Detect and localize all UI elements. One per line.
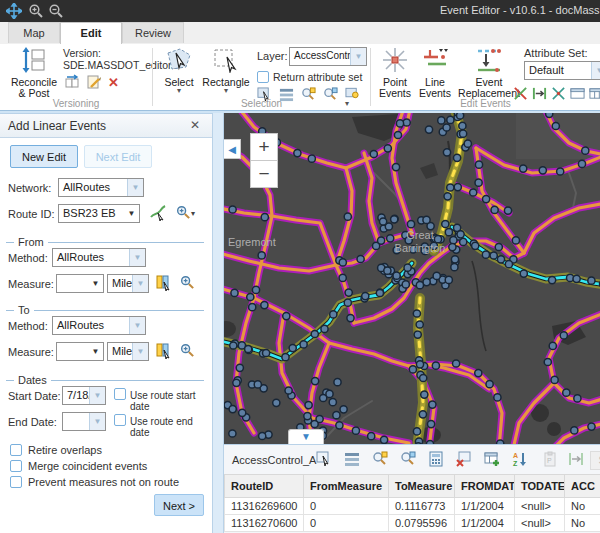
attribute-set-label: Attribute Set: bbox=[524, 47, 588, 59]
table-layer-tab[interactable]: AccessControl_A bbox=[232, 454, 316, 466]
return-attribute-set-checkbox[interactable] bbox=[257, 71, 269, 83]
table-list-icon[interactable] bbox=[344, 451, 360, 467]
attribute-set-combo[interactable]: Default ▼ bbox=[524, 61, 600, 80]
end-date-combo[interactable]: ▼ bbox=[62, 412, 106, 431]
pan-icon[interactable] bbox=[6, 3, 22, 19]
zoom-out-icon[interactable] bbox=[48, 3, 64, 19]
delete-version-icon[interactable]: ✕ bbox=[108, 75, 124, 91]
table-select-features-icon[interactable] bbox=[316, 451, 332, 467]
rectangle-dropdown-caret[interactable] bbox=[202, 88, 250, 94]
start-date-combo[interactable]: 7/18/▼ bbox=[62, 386, 106, 405]
paste-icon[interactable]: P bbox=[542, 451, 558, 467]
cell[interactable]: No bbox=[565, 515, 600, 532]
select-button[interactable]: Select bbox=[158, 46, 200, 95]
close-icon[interactable] bbox=[190, 118, 204, 132]
collapse-panel-button[interactable]: ◀ bbox=[224, 139, 241, 159]
cell[interactable]: <null> bbox=[515, 515, 565, 532]
from-measure-combo[interactable]: ▼ bbox=[56, 274, 104, 293]
retire-overlaps-label: Retire overlaps bbox=[28, 444, 102, 456]
from-method-label: Method: bbox=[8, 252, 48, 264]
col-access[interactable]: ACC bbox=[565, 475, 600, 498]
collapse-table-button[interactable]: ▼ bbox=[288, 429, 324, 444]
from-measure-select-icon[interactable] bbox=[156, 275, 172, 291]
table-zoom-to-selected-icon[interactable] bbox=[372, 451, 388, 467]
cell[interactable]: 0.1116773 bbox=[389, 498, 455, 515]
rectangle-select-button[interactable]: Rectangle bbox=[201, 46, 251, 95]
add-record-icon[interactable] bbox=[484, 451, 500, 467]
from-method-combo[interactable]: AllRoutes▼ bbox=[52, 248, 146, 267]
cell[interactable]: <null> bbox=[515, 498, 565, 515]
table-offset-icon[interactable] bbox=[568, 451, 584, 467]
cell[interactable]: 0.0795596 bbox=[389, 515, 455, 532]
col-frommeasure[interactable]: FromMeasure bbox=[304, 475, 389, 498]
sort-icon[interactable]: A Z bbox=[512, 451, 528, 467]
label-barrington: Barrington bbox=[395, 242, 446, 254]
group-versioning: Reconcile & Post Version: SDE.MASSDOT_ed… bbox=[0, 44, 152, 110]
map-zoom-in-button[interactable]: + bbox=[250, 133, 278, 161]
tab-review[interactable]: Review bbox=[122, 22, 184, 43]
cell[interactable]: No bbox=[565, 498, 600, 515]
cell[interactable]: 0 bbox=[304, 498, 389, 515]
prevent-measures-checkbox[interactable] bbox=[10, 476, 22, 488]
from-measure-zoom-icon[interactable] bbox=[180, 275, 196, 291]
next-button[interactable]: Next > bbox=[154, 494, 204, 516]
reconcile-post-button[interactable]: Reconcile & Post bbox=[6, 46, 62, 100]
cell[interactable]: 1/1/2004 bbox=[455, 515, 515, 532]
table-pan-to-selected-icon[interactable] bbox=[400, 451, 416, 467]
event-replacement-button[interactable]: Event Replacement bbox=[457, 46, 521, 100]
from-units-combo[interactable]: Miles▼ bbox=[107, 274, 149, 293]
merge-coincident-checkbox[interactable] bbox=[10, 460, 22, 472]
map-zoom-out-button[interactable]: − bbox=[250, 160, 278, 188]
table-header-row: RouteID FromMeasure ToMeasure FROMDATE T… bbox=[225, 475, 600, 498]
zoom-in-icon[interactable] bbox=[28, 3, 44, 19]
layer-combo[interactable]: AccessControl_A ▼ bbox=[289, 47, 367, 66]
ribbon-tabs: Map Edit Review bbox=[0, 22, 600, 45]
to-measure-select-icon[interactable] bbox=[156, 343, 172, 359]
retire-overlaps-checkbox[interactable] bbox=[10, 444, 22, 456]
start-date-label: Start Date: bbox=[8, 390, 61, 402]
point-events-button[interactable]: Point Events bbox=[375, 46, 415, 100]
tab-map[interactable]: Map bbox=[8, 22, 60, 43]
dates-legend: Dates bbox=[6, 374, 204, 386]
end-date-label: End Date: bbox=[8, 416, 57, 428]
use-route-start-date-checkbox[interactable] bbox=[114, 388, 126, 400]
cell[interactable]: 11316269600 bbox=[225, 498, 304, 515]
new-edit-button[interactable]: New Edit bbox=[10, 145, 78, 168]
map-canvas[interactable]: Egremont Great Barrington bbox=[224, 113, 600, 444]
prevent-measures-label: Prevent measures not on route bbox=[28, 476, 179, 488]
use-route-end-date-label: Use route end date bbox=[130, 416, 212, 438]
use-route-end-date-checkbox[interactable] bbox=[114, 414, 126, 426]
clear-selection-icon[interactable] bbox=[456, 451, 472, 467]
to-units-combo[interactable]: Miles▼ bbox=[107, 342, 149, 361]
table-row[interactable]: 11316270600 0 0.0795596 1/1/2004 <null> … bbox=[225, 515, 600, 532]
col-routeid[interactable]: RouteID bbox=[225, 475, 304, 498]
route-id-combo[interactable]: BSR23 EB▼ bbox=[58, 204, 140, 223]
save-button[interactable]: Save bbox=[590, 451, 600, 470]
zoom-to-route-icon[interactable]: ▾ bbox=[176, 205, 200, 221]
cell[interactable]: 1/1/2004 bbox=[455, 498, 515, 515]
table-row[interactable]: 11316269600 0 0.1116773 1/1/2004 <null> … bbox=[225, 498, 600, 515]
cell[interactable]: 11316270600 bbox=[225, 515, 304, 532]
col-todate[interactable]: TODATE bbox=[515, 475, 565, 498]
line-events-button[interactable]: Line Events bbox=[415, 46, 455, 100]
next-edit-button[interactable]: Next Edit bbox=[84, 145, 152, 168]
select-dropdown-caret[interactable] bbox=[159, 88, 199, 94]
to-method-label: Method: bbox=[8, 320, 48, 332]
select-route-on-map-icon[interactable] bbox=[150, 205, 166, 221]
to-measure-combo[interactable]: ▼ bbox=[56, 342, 104, 361]
field-calculator-icon[interactable] bbox=[428, 451, 444, 467]
new-version-icon[interactable] bbox=[86, 74, 102, 90]
select-tool-icon bbox=[166, 47, 192, 73]
col-tomeasure[interactable]: ToMeasure bbox=[389, 475, 455, 498]
ribbon: Reconcile & Post Version: SDE.MASSDOT_ed… bbox=[0, 44, 600, 110]
switch-version-icon[interactable] bbox=[64, 74, 80, 90]
cell[interactable]: 0 bbox=[304, 515, 389, 532]
network-combo[interactable]: AllRoutes▼ bbox=[58, 178, 144, 197]
tab-edit[interactable]: Edit bbox=[60, 22, 122, 44]
use-route-start-date-label: Use route start date bbox=[130, 390, 212, 412]
to-measure-zoom-icon[interactable] bbox=[180, 343, 196, 359]
to-method-combo[interactable]: AllRoutes▼ bbox=[52, 316, 146, 335]
col-fromdate[interactable]: FROMDATE bbox=[455, 475, 515, 498]
svg-text:Z: Z bbox=[513, 460, 518, 467]
panel-splitter[interactable] bbox=[212, 113, 224, 533]
